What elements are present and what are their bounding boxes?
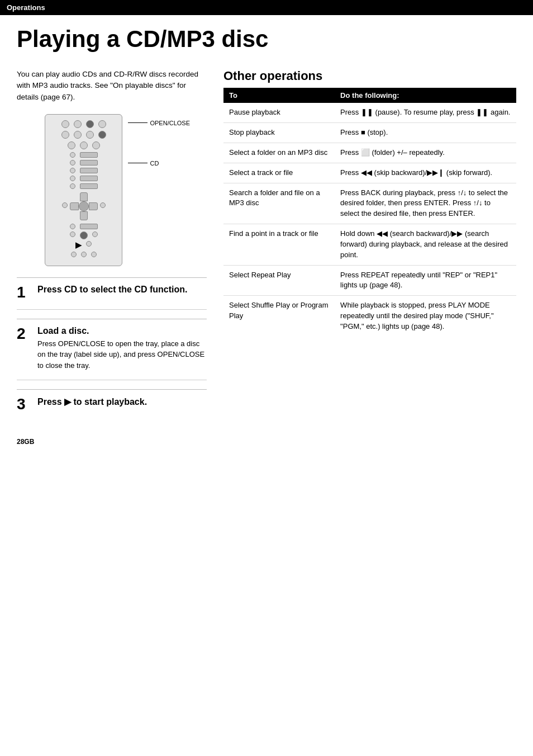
remote-btn [71, 252, 77, 257]
table-header-col2: Do the following: [335, 88, 516, 103]
remote-btn [61, 120, 69, 128]
remote-btn [80, 141, 88, 149]
step-3-number: 3 [17, 396, 31, 412]
cd-text: CD [150, 160, 159, 167]
table-cell-do: Press ◀◀ (skip backward)/▶▶❙ (skip forwa… [335, 163, 516, 183]
remote-btn [74, 131, 82, 139]
cd-label: CD [128, 160, 190, 167]
step-3-title: Press ▶ to start playback. [37, 396, 147, 407]
table-cell-to: Select a track or file [223, 163, 335, 183]
page-title: Playing a CD/MP3 disc [17, 26, 516, 52]
remote-btn [92, 231, 98, 237]
main-content: Playing a CD/MP3 disc You can play audio… [0, 15, 533, 462]
dpad-center [79, 201, 89, 211]
table-cell-do: Press ■ (stop). [335, 123, 516, 143]
open-close-text: OPEN/CLOSE [150, 120, 190, 126]
operations-table: To Do the following: Pause playbackPress… [223, 88, 516, 337]
remote-btn [70, 231, 75, 237]
table-cell-do: Press ⬜ (folder) +/– repeatedly. [335, 143, 516, 163]
remote-btn [68, 141, 75, 149]
remote-btn [81, 252, 87, 257]
two-column-layout: You can play audio CDs and CD-R/RW discs… [17, 69, 516, 446]
table-row: Find a point in a track or fileHold down… [223, 224, 516, 266]
step-2-number: 2 [17, 326, 31, 342]
table-cell-to: Find a point in a track or file [223, 224, 335, 266]
table-cell-to: Select a folder on an MP3 disc [223, 143, 335, 163]
remote-btn-rect [80, 183, 98, 189]
dpad [70, 192, 98, 220]
remote-btn [86, 131, 94, 139]
intro-text: You can play audio CDs and CD-R/RW discs… [17, 69, 207, 103]
step-3-content: Press ▶ to start playback. [37, 396, 147, 409]
step-3: 3 Press ▶ to start playback. [17, 396, 207, 421]
remote-btn-cd [98, 131, 106, 139]
left-column: You can play audio CDs and CD-R/RW discs… [17, 69, 207, 446]
remote-btn-rect [80, 160, 98, 166]
table-cell-do: Press BACK during playback, press ↑/↓ to… [335, 183, 516, 224]
remote-btn [70, 224, 75, 229]
table-row: Stop playbackPress ■ (stop). [223, 123, 516, 143]
remote-btn-dot [80, 231, 88, 239]
remote-btn [91, 252, 97, 257]
label-line-open [128, 122, 147, 123]
other-operations-title: Other operations [223, 69, 516, 83]
step-1-title: Press CD to select the CD function. [37, 285, 188, 295]
remote-btn-rect [80, 176, 98, 181]
table-cell-do: While playback is stopped, press PLAY MO… [335, 296, 516, 337]
divider-2 [17, 319, 207, 319]
page-number: 28GB [17, 438, 207, 446]
dpad-area [50, 192, 117, 220]
table-cell-to: Pause playback [223, 103, 335, 122]
dpad-right [89, 202, 98, 210]
table-row: Pause playbackPress ❚❚ (pause). To resum… [223, 103, 516, 122]
step-1-number: 1 [17, 285, 31, 300]
remote-body: ▶ [45, 114, 122, 266]
right-column: Other operations To Do the following: Pa… [223, 69, 516, 446]
table-row: Select a track or filePress ◀◀ (skip bac… [223, 163, 516, 183]
play-arrow-indicator: ▶ [75, 241, 82, 249]
remote-btn [62, 202, 68, 208]
table-row: Select a folder on an MP3 discPress ⬜ (f… [223, 143, 516, 163]
remote-btn [70, 152, 75, 158]
remote-btn-rect [80, 152, 98, 158]
remote-btn [98, 120, 106, 128]
remote-btn [70, 176, 75, 181]
label-line-cd [128, 163, 147, 163]
remote-btn [100, 202, 106, 208]
table-cell-to: Search a folder and file on a MP3 disc [223, 183, 335, 224]
top-bar: Operations [0, 0, 533, 15]
remote-btn [61, 131, 69, 139]
table-cell-to: Stop playback [223, 123, 335, 143]
table-cell-do: Hold down ◀◀ (search backward)/▶▶ (searc… [335, 224, 516, 266]
table-row: Select Repeat PlayPress REPEAT repeatedl… [223, 265, 516, 296]
remote-btn-rect [80, 224, 98, 229]
play-row: ▶ [50, 241, 117, 249]
step-2-desc: Press OPEN/CLOSE to open the tray, place… [37, 338, 207, 371]
step-2-content: Load a disc. Press OPEN/CLOSE to open th… [37, 326, 207, 371]
divider-3 [17, 389, 207, 390]
remote-btn-rect [80, 168, 98, 173]
table-header-row: To Do the following: [223, 88, 516, 103]
dpad-up [80, 192, 88, 201]
step-2-title: Load a disc. [37, 326, 207, 336]
table-row: Select Shuffle Play or Program PlayWhile… [223, 296, 516, 337]
steps-section: 1 Press CD to select the CD function. 2 … [17, 277, 207, 422]
step-2: 2 Load a disc. Press OPEN/CLOSE to open … [17, 326, 207, 381]
table-row: Search a folder and file on a MP3 discPr… [223, 183, 516, 224]
remote-illustration: ▶ OPEN/CLOSE [34, 114, 190, 266]
remote-btn [74, 120, 82, 128]
remote-label-group: OPEN/CLOSE CD [128, 114, 190, 167]
remote-btn-disc [86, 120, 94, 128]
remote-btn [92, 141, 100, 149]
table-cell-to: Select Shuffle Play or Program Play [223, 296, 335, 337]
remote-btn [70, 168, 75, 173]
remote-btn [70, 183, 75, 189]
remote-btn [70, 160, 75, 166]
table-cell-do: Press ❚❚ (pause). To resume play, press … [335, 103, 516, 122]
step-1: 1 Press CD to select the CD function. [17, 285, 207, 310]
table-cell-to: Select Repeat Play [223, 265, 335, 296]
dpad-down [80, 211, 88, 220]
table-header-col1: To [223, 88, 335, 103]
top-bar-label: Operations [7, 3, 45, 12]
divider-1 [17, 277, 207, 278]
